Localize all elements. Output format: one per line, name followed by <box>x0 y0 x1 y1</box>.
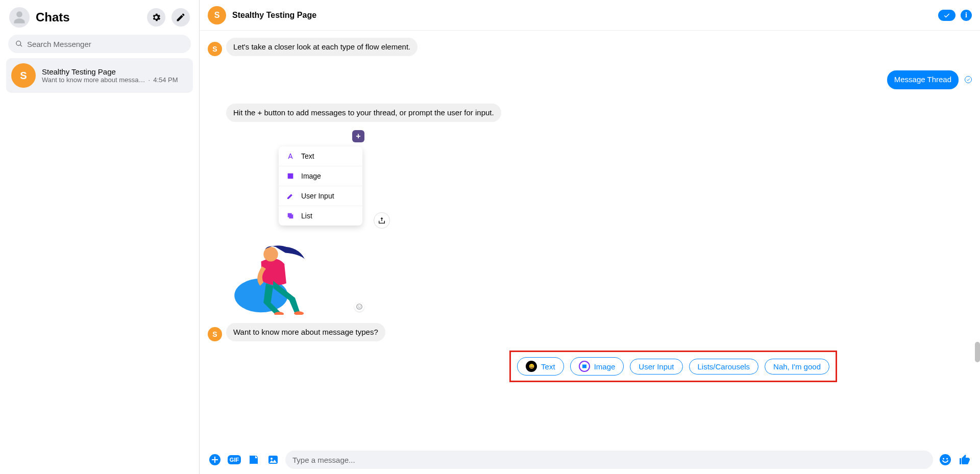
dropdown-item-user-input: User Input <box>279 186 362 206</box>
quick-reply-label: Image <box>594 362 616 371</box>
thumbs-up-button[interactable] <box>958 453 972 467</box>
svg-rect-9 <box>212 459 218 460</box>
gallery-icon <box>579 361 590 372</box>
scrollbar-thumb[interactable] <box>975 342 980 362</box>
message-row: S Want to know more about message types? <box>200 322 980 342</box>
image-icon <box>286 171 295 181</box>
message-row: S Let's take a closer look at each type … <box>200 37 980 57</box>
message-row-sent: Message Thread <box>200 69 980 90</box>
add-attachment-button[interactable] <box>208 453 222 467</box>
quick-reply-image[interactable]: Image <box>570 357 624 376</box>
sidebar-title: Chats <box>36 10 141 24</box>
header-avatar[interactable]: S <box>208 6 226 24</box>
svg-point-4 <box>357 304 362 310</box>
chat-time: 4:54 PM <box>153 76 178 84</box>
quick-reply-label: Nah, I'm good <box>773 362 821 371</box>
verify-badge[interactable] <box>938 10 955 21</box>
search-input-wrap[interactable] <box>8 35 191 53</box>
chat-name: Stealthy Testing Page <box>42 67 188 76</box>
compose-button[interactable] <box>172 8 190 27</box>
quick-reply-text[interactable]: 😀 Text <box>517 357 564 376</box>
chat-snippet: Want to know more about messa… <box>42 76 145 84</box>
chat-header-title: Stealthy Testing Page <box>232 11 932 20</box>
dropdown-label: Image <box>301 172 321 180</box>
quick-reply-label: Lists/Carousels <box>698 362 750 371</box>
gif-label: GIF <box>228 455 241 464</box>
quick-reply-user-input[interactable]: User Input <box>630 359 682 375</box>
sidebar-header: Chats <box>6 5 193 33</box>
settings-button[interactable] <box>147 8 165 27</box>
msg-avatar: S <box>208 42 222 56</box>
sticker-button[interactable] <box>247 453 261 467</box>
user-avatar[interactable] <box>9 7 30 28</box>
quick-reply-nah[interactable]: Nah, I'm good <box>765 359 829 375</box>
quick-reply-highlight: 😀 Text Image User Input Lists/Carousels … <box>200 345 837 387</box>
main: S Stealthy Testing Page i S Let's take a… <box>200 0 980 474</box>
emoji-button[interactable] <box>938 453 952 467</box>
emoji-pack-icon: 😀 <box>526 361 537 372</box>
react-button[interactable] <box>354 302 364 312</box>
dropdown-item-image: Image <box>279 166 362 186</box>
svg-point-1 <box>263 247 278 262</box>
text-a-icon <box>286 152 295 161</box>
compose-input-wrap[interactable] <box>285 451 933 469</box>
svg-point-12 <box>940 454 951 465</box>
chat-header: S Stealthy Testing Page i <box>200 0 980 31</box>
svg-point-14 <box>946 458 948 460</box>
dropdown-label: User Input <box>301 192 334 200</box>
share-button[interactable] <box>374 212 390 229</box>
message-bubble: Want to know more about message types? <box>226 323 385 341</box>
quick-reply-label: User Input <box>639 362 674 371</box>
chat-meta: Stealthy Testing Page Want to know more … <box>42 67 188 84</box>
photo-button[interactable] <box>266 453 280 467</box>
pencil-icon <box>286 191 295 201</box>
msg-avatar: S <box>208 327 222 341</box>
composer: GIF <box>200 445 980 474</box>
search-icon <box>15 40 23 48</box>
chat-preview: Want to know more about messa… · 4:54 PM <box>42 76 188 84</box>
message-bubble-sent: Message Thread <box>887 70 959 89</box>
svg-point-13 <box>943 458 944 460</box>
quick-reply-label: Text <box>541 362 555 371</box>
info-button[interactable]: i <box>961 10 972 21</box>
sent-check-icon <box>965 76 972 83</box>
svg-point-5 <box>358 306 359 307</box>
message-list[interactable]: S Let's take a closer look at each type … <box>200 31 980 445</box>
plus-badge: + <box>352 130 364 142</box>
message-bubble: Hit the + button to add messages to your… <box>226 104 501 122</box>
illustration-person-bubble <box>227 218 324 315</box>
dropdown-menu: Text Image User Input List <box>279 146 362 226</box>
attachment-row: + Text Image User Input <box>222 126 980 315</box>
svg-point-6 <box>360 306 361 307</box>
chat-avatar: S <box>11 63 36 88</box>
quick-reply-box: 😀 Text Image User Input Lists/Carousels … <box>509 351 837 382</box>
gif-button[interactable]: GIF <box>227 453 241 467</box>
search-input[interactable] <box>27 40 184 48</box>
chat-list-item[interactable]: S Stealthy Testing Page Want to know mor… <box>6 58 193 93</box>
image-attachment[interactable]: + Text Image User Input <box>222 126 369 315</box>
compose-input[interactable] <box>292 456 926 464</box>
dropdown-item-text: Text <box>279 146 362 166</box>
quick-reply-lists[interactable]: Lists/Carousels <box>689 359 759 375</box>
message-row: Hit the + button to add messages to your… <box>200 103 980 123</box>
message-bubble: Let's take a closer look at each type of… <box>226 38 418 56</box>
sidebar: Chats S Stealthy Testing Page Want to kn… <box>0 0 200 474</box>
dropdown-label: Text <box>301 152 314 160</box>
svg-point-11 <box>271 458 273 460</box>
